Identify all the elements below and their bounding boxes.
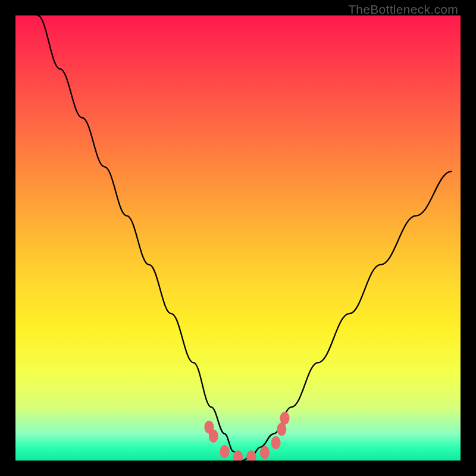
chart-svg [15, 15, 461, 461]
chart-marker [277, 423, 286, 436]
chart-marker [280, 412, 290, 425]
chart-plot-area [15, 15, 461, 461]
bottleneck-curve [37, 15, 452, 461]
attribution-text: TheBottleneck.com [348, 2, 458, 17]
chart-marker [260, 446, 270, 459]
chart-marker [209, 430, 218, 443]
chart-frame: TheBottleneck.com [0, 0, 476, 476]
chart-marker [271, 436, 281, 449]
chart-marker [246, 450, 256, 461]
chart-marker [220, 445, 230, 458]
